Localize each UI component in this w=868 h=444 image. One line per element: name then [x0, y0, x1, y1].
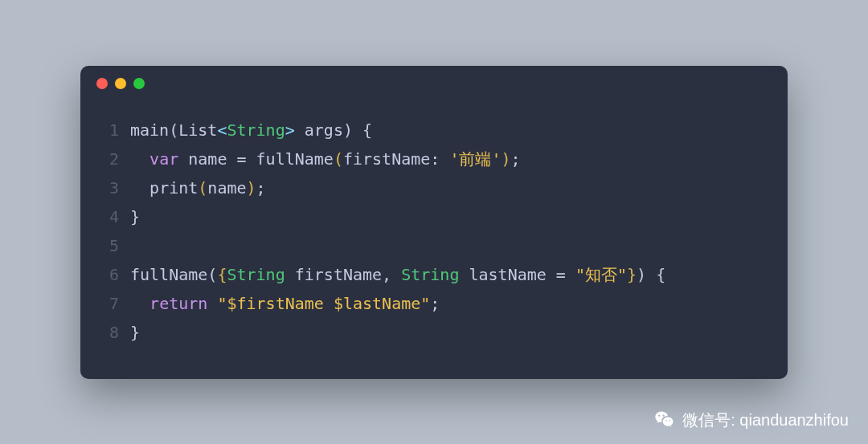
- token-punct: ;: [430, 294, 440, 313]
- token-ident: firstName:: [343, 149, 449, 169]
- token-punct: }: [130, 323, 140, 342]
- code-line: 8}: [80, 318, 788, 347]
- token-punct: =: [236, 149, 246, 169]
- token-punct: =: [556, 265, 566, 284]
- close-icon[interactable]: [96, 78, 108, 89]
- token-paren: (: [334, 149, 343, 169]
- line-number: 5: [80, 231, 130, 260]
- token-string: "$firstName $lastName": [217, 294, 430, 313]
- code-content: }: [130, 318, 140, 347]
- line-number: 7: [80, 289, 130, 318]
- token-ident: [207, 294, 217, 313]
- token-ident: print: [149, 178, 198, 198]
- token-type: String: [227, 120, 285, 140]
- wechat-icon: [653, 409, 676, 431]
- token-ident: firstName,: [285, 265, 402, 284]
- watermark-text: 微信号: qianduanzhifou: [682, 409, 849, 431]
- token-keyword: var: [149, 149, 178, 169]
- token-paren: (: [198, 178, 207, 198]
- token-punct: (: [169, 120, 178, 140]
- token-ident: [566, 265, 575, 284]
- code-line: 5: [80, 231, 788, 260]
- code-content: main(List<String> args) {: [130, 116, 372, 145]
- code-line: 3 print(name);: [80, 173, 788, 202]
- code-line: 6fullName({String firstName, String last…: [80, 260, 788, 289]
- token-punct: ) {: [343, 120, 372, 140]
- code-line: 1main(List<String> args) {: [80, 116, 788, 145]
- token-plain: [130, 178, 149, 198]
- token-string: '前端': [449, 149, 501, 169]
- line-number: 1: [80, 116, 130, 145]
- token-punct: ;: [256, 178, 266, 198]
- code-editor-window: 1main(List<String> args) {2 var name = f…: [80, 66, 788, 379]
- token-angle: >: [285, 120, 295, 140]
- token-ident: main: [130, 120, 169, 140]
- token-ident: args: [295, 120, 343, 140]
- token-punct: ) {: [637, 265, 665, 284]
- token-ident: name: [207, 178, 246, 198]
- line-number: 4: [80, 202, 130, 231]
- token-string: "知否": [575, 265, 627, 284]
- code-line: 4}: [80, 202, 788, 231]
- line-number: 8: [80, 318, 130, 347]
- token-ident: fullName: [130, 265, 207, 284]
- token-ident: fullName: [247, 149, 334, 169]
- line-number: 2: [80, 145, 130, 173]
- line-number: 6: [80, 260, 130, 289]
- line-number: 3: [80, 173, 130, 202]
- token-type: String: [227, 265, 285, 284]
- token-punct: }: [130, 207, 140, 226]
- token-ident: name: [178, 149, 236, 169]
- token-paren: }: [627, 265, 637, 284]
- token-plain: [130, 294, 149, 313]
- code-content: fullName({String firstName, String lastN…: [130, 260, 665, 289]
- minimize-icon[interactable]: [115, 78, 126, 89]
- code-content: }: [130, 202, 140, 231]
- token-plain: [130, 149, 149, 169]
- token-paren: ): [247, 178, 256, 198]
- token-angle: <: [217, 120, 227, 140]
- code-line: 7 return "$firstName $lastName";: [80, 289, 788, 318]
- watermark: 微信号: qianduanzhifou: [653, 409, 849, 431]
- token-punct: ;: [511, 149, 521, 169]
- token-ident: lastName: [459, 265, 555, 284]
- token-keyword: return: [149, 294, 207, 313]
- code-line: 2 var name = fullName(firstName: '前端');: [80, 145, 788, 173]
- maximize-icon[interactable]: [133, 78, 145, 89]
- token-punct: (: [207, 265, 217, 284]
- code-content: print(name);: [130, 173, 266, 202]
- token-paren: {: [217, 265, 227, 284]
- token-ident: List: [178, 120, 217, 140]
- code-content: var name = fullName(firstName: '前端');: [130, 145, 521, 173]
- token-paren: ): [501, 149, 510, 169]
- window-titlebar: [80, 66, 788, 101]
- code-content: return "$firstName $lastName";: [130, 289, 440, 318]
- code-area: 1main(List<String> args) {2 var name = f…: [80, 101, 788, 379]
- token-type: String: [401, 265, 459, 284]
